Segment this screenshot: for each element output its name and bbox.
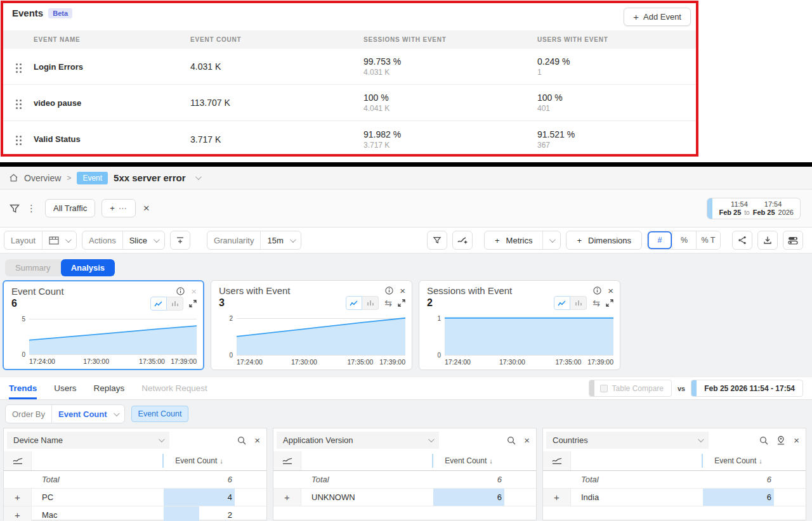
dimension-select[interactable]: Application Version — [277, 432, 439, 449]
dimension-select[interactable]: Device Name — [7, 432, 169, 449]
breadcrumb-overview[interactable]: Overview — [24, 173, 61, 183]
drag-handle-icon[interactable] — [16, 100, 18, 101]
search-icon[interactable] — [759, 436, 768, 445]
events-title: Events — [12, 8, 43, 18]
drag-handle-icon[interactable] — [16, 136, 18, 138]
clear-filter-icon[interactable]: × — [143, 202, 150, 215]
add-filter-chip[interactable]: + ⋯ — [102, 199, 136, 217]
page-title: 5xx server error — [114, 172, 185, 183]
value-column-label: Event Count — [445, 456, 487, 465]
chart-card-sessions-with-event[interactable]: Sessions with Event × 2 — [419, 280, 620, 370]
table-row[interactable]: + India 6 — [543, 489, 806, 506]
table-row[interactable]: + PC 4 — [4, 489, 266, 506]
metrics-dropdown[interactable]: + Metrics — [484, 231, 561, 250]
compare-date-range[interactable]: Feb 25 2026 11:54 - 17:54 — [691, 380, 803, 397]
close-icon[interactable]: × — [254, 435, 260, 445]
value-column-header[interactable]: Event Count ↓ — [164, 451, 235, 470]
close-icon[interactable]: × — [794, 435, 799, 445]
table-compare-toggle[interactable]: Table Compare — [589, 380, 672, 397]
expand-row-icon[interactable]: + — [4, 506, 32, 521]
value-bar — [703, 489, 774, 506]
bar-chart-icon[interactable] — [570, 296, 587, 310]
annotation-chart-button[interactable] — [452, 231, 473, 250]
download-button[interactable] — [757, 231, 778, 250]
info-icon[interactable] — [385, 286, 393, 295]
add-event-button[interactable]: + Add Event — [624, 8, 691, 26]
table-total-row: Total 6 — [4, 471, 266, 489]
bar-chart-icon[interactable] — [167, 297, 183, 311]
line-chart-icon[interactable] — [346, 296, 362, 310]
close-icon[interactable]: × — [524, 435, 530, 445]
expand-icon[interactable] — [398, 299, 405, 307]
kebab-menu-icon[interactable]: ⋮ — [27, 203, 36, 214]
home-icon[interactable] — [9, 173, 18, 183]
table-compare-label: Table Compare — [612, 384, 671, 393]
line-chart-icon[interactable] — [150, 297, 167, 311]
total-label: Total — [571, 475, 703, 484]
value-column-header[interactable]: Event Count ↓ — [433, 451, 504, 470]
sparkline-icon[interactable] — [552, 457, 562, 465]
chevron-down-icon[interactable] — [195, 174, 201, 180]
table-row[interactable]: + UNKNOWN 6 — [273, 489, 536, 506]
expand-icon[interactable] — [606, 299, 613, 307]
tab-analysis[interactable]: Analysis — [61, 259, 115, 276]
dimension-value: India — [571, 492, 703, 502]
split-panel-button[interactable] — [170, 231, 190, 250]
expand-row-icon[interactable]: + — [273, 489, 301, 506]
event-name: Valid Status — [34, 134, 190, 144]
order-by-select[interactable]: Order By Event Count — [5, 404, 125, 423]
event-count-chip[interactable]: Event Count — [131, 406, 189, 422]
line-chart-icon[interactable] — [554, 296, 570, 310]
view-mode-toggle: Summary Analysis — [5, 259, 115, 276]
sparkline-icon[interactable] — [282, 457, 292, 465]
swap-axes-icon[interactable]: ⇆ — [593, 298, 600, 308]
table-row[interactable]: + Mac 2 — [4, 506, 266, 521]
sparkline-icon[interactable] — [13, 457, 23, 465]
expand-row-icon[interactable]: + — [4, 489, 32, 506]
all-traffic-chip[interactable]: All Traffic — [45, 199, 95, 217]
tab-trends[interactable]: Trends — [9, 377, 37, 399]
tab-network-request: Network Request — [141, 377, 207, 399]
dimension-select[interactable]: Countries — [546, 432, 709, 449]
dimensions-button[interactable]: + Dimensions — [566, 231, 642, 250]
close-icon[interactable]: × — [191, 286, 197, 296]
chart-card-event-count[interactable]: Event Count × 6 — [3, 280, 204, 370]
info-icon[interactable] — [593, 286, 601, 295]
search-icon[interactable] — [507, 436, 516, 445]
table-row: Valid Status 3.717 K 91.982 % 3.717 K 91… — [3, 121, 696, 157]
info-icon[interactable] — [176, 287, 185, 295]
sort-desc-icon: ↓ — [489, 457, 493, 465]
time-range-picker[interactable]: 11:54 17:54 Feb 25 to Feb 25 2026 — [707, 198, 801, 219]
compare-accent — [589, 380, 594, 396]
expand-row-icon[interactable]: + — [543, 489, 571, 506]
close-icon[interactable]: × — [608, 286, 613, 295]
settings-toggles-button[interactable] — [783, 231, 803, 250]
share-icon — [738, 236, 747, 245]
tab-replays[interactable]: Replays — [94, 377, 125, 399]
dimension-table-application-version: Application Version × — [273, 428, 537, 520]
filter-button[interactable] — [427, 231, 447, 250]
map-pin-icon[interactable] — [776, 435, 785, 445]
tab-users[interactable]: Users — [54, 377, 76, 399]
funnel-icon[interactable] — [9, 203, 20, 214]
actions-label: Actions — [82, 231, 122, 249]
search-icon[interactable] — [237, 436, 246, 445]
value-column-header[interactable]: Event Count ↓ — [703, 451, 774, 470]
format-percent-toggle[interactable]: % — [672, 231, 696, 249]
bar-chart-icon[interactable] — [362, 296, 379, 310]
format-number-toggle[interactable]: # — [648, 231, 672, 249]
swap-axes-icon[interactable]: ⇆ — [384, 298, 392, 308]
tab-summary[interactable]: Summary — [5, 259, 61, 276]
chart-card-users-with-event[interactable]: Users with Event × 3 — [211, 280, 412, 370]
share-button[interactable] — [732, 231, 752, 250]
format-percent-total-toggle[interactable]: % T — [696, 231, 720, 249]
value-bar — [164, 489, 235, 506]
table-compare-checkbox[interactable] — [600, 385, 608, 392]
expand-icon[interactable] — [189, 300, 197, 307]
drag-handle-icon[interactable] — [16, 63, 18, 65]
layout-select[interactable]: Layout — [4, 231, 77, 250]
actions-slice-select[interactable]: Actions Slice — [82, 231, 165, 250]
granularity-select[interactable]: Granularity 15m — [207, 231, 301, 250]
granularity-label: Granularity — [207, 231, 261, 249]
close-icon[interactable]: × — [400, 286, 405, 295]
